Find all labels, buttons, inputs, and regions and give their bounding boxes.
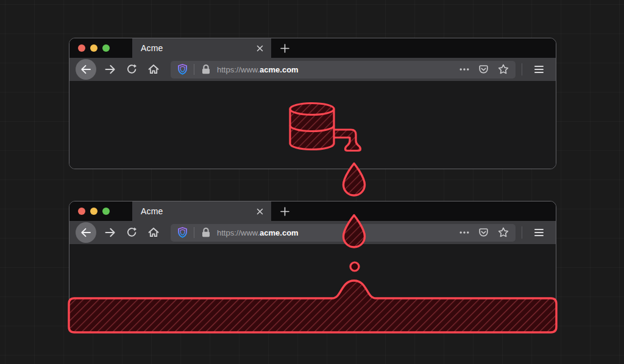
navigation-toolbar: https://www.acme.com xyxy=(69,58,556,81)
plus-icon xyxy=(280,207,289,216)
database-top xyxy=(290,103,334,115)
page-actions-button[interactable] xyxy=(459,227,470,238)
home-button[interactable] xyxy=(143,59,165,80)
tab-title: Acme xyxy=(141,43,256,53)
tab-title: Acme xyxy=(141,206,256,216)
window-controls xyxy=(69,201,132,221)
tab-strip: Acme xyxy=(69,201,556,221)
zoom-window-button[interactable] xyxy=(102,44,110,52)
menu-button[interactable] xyxy=(528,59,550,80)
lock-icon[interactable] xyxy=(200,226,212,239)
reload-icon xyxy=(126,63,138,75)
url-text: https://www.acme.com xyxy=(217,65,299,74)
tab-acme[interactable]: Acme xyxy=(132,38,271,58)
hamburger-icon xyxy=(534,229,544,237)
zoom-window-button[interactable] xyxy=(102,208,110,215)
back-button[interactable] xyxy=(76,222,96,243)
home-icon xyxy=(147,63,160,75)
database-leak-icon xyxy=(285,98,367,155)
leak-drop-icon xyxy=(341,214,367,249)
new-tab-button[interactable] xyxy=(271,38,298,58)
tracking-protection-shield-icon[interactable] xyxy=(177,226,188,239)
navigation-toolbar: https://www.acme.com xyxy=(69,221,556,244)
reload-button[interactable] xyxy=(121,59,143,80)
url-domain: acme.com xyxy=(260,228,299,237)
forward-button[interactable] xyxy=(99,59,121,80)
pocket-icon xyxy=(478,227,489,239)
divider xyxy=(194,64,194,75)
illustration-page: { "page": { "background_color": "#1b1b1b… xyxy=(0,0,624,364)
tab-strip: Acme xyxy=(69,38,556,58)
address-bar[interactable]: https://www.acme.com xyxy=(171,61,516,79)
divider xyxy=(194,227,194,238)
arrow-left-icon xyxy=(80,226,92,239)
back-button[interactable] xyxy=(76,59,96,80)
star-icon xyxy=(497,226,509,239)
bouncing-droplet-icon xyxy=(347,259,362,274)
bookmark-button[interactable] xyxy=(497,226,509,239)
leak-drop-icon xyxy=(341,162,367,197)
page-actions-button[interactable] xyxy=(459,64,470,75)
reload-button[interactable] xyxy=(121,222,143,243)
url-text: https://www.acme.com xyxy=(217,228,299,237)
home-button[interactable] xyxy=(143,222,165,243)
pocket-icon xyxy=(478,64,489,75)
star-icon xyxy=(497,63,509,75)
ellipsis-icon xyxy=(459,64,470,75)
tab-close-icon[interactable] xyxy=(256,44,264,52)
url-prefix: https://www. xyxy=(217,65,260,74)
save-to-pocket-button[interactable] xyxy=(478,64,489,75)
url-prefix: https://www. xyxy=(217,228,260,237)
arrow-left-icon xyxy=(80,63,92,75)
tracking-protection-shield-icon[interactable] xyxy=(177,63,188,75)
minimize-window-button[interactable] xyxy=(90,44,98,52)
menu-button[interactable] xyxy=(528,222,550,243)
tab-close-icon[interactable] xyxy=(256,208,264,215)
tab-acme[interactable]: Acme xyxy=(132,201,271,221)
home-icon xyxy=(147,226,160,239)
reload-icon xyxy=(126,226,138,239)
plus-icon xyxy=(280,44,289,53)
new-tab-button[interactable] xyxy=(271,201,298,221)
save-to-pocket-button[interactable] xyxy=(478,227,489,239)
bookmark-button[interactable] xyxy=(497,63,509,75)
arrow-right-icon xyxy=(104,226,116,239)
url-domain: acme.com xyxy=(260,65,299,74)
toolbar-divider xyxy=(522,63,522,75)
close-window-button[interactable] xyxy=(78,208,85,215)
toolbar-divider xyxy=(522,226,522,239)
window-controls xyxy=(69,38,132,58)
minimize-window-button[interactable] xyxy=(90,208,98,215)
lock-icon[interactable] xyxy=(200,63,212,75)
liquid-pool xyxy=(66,277,559,335)
hamburger-icon xyxy=(534,66,544,74)
arrow-right-icon xyxy=(104,63,116,75)
ellipsis-icon xyxy=(459,227,470,238)
close-window-button[interactable] xyxy=(78,44,85,52)
forward-button[interactable] xyxy=(99,222,121,243)
